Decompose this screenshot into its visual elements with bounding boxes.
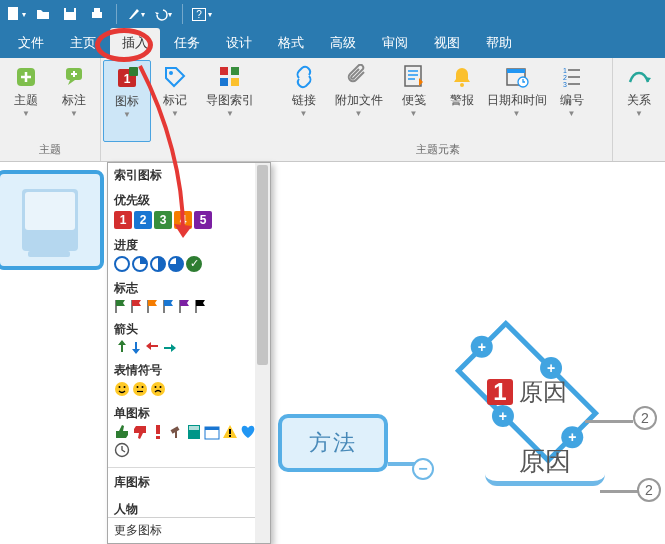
arrow-icon[interactable] <box>130 340 144 354</box>
scrollbar-thumb[interactable] <box>257 165 268 365</box>
flag-icon[interactable] <box>146 299 160 313</box>
svg-text:2: 2 <box>563 74 567 81</box>
progress-75-icon[interactable] <box>168 256 184 272</box>
panel-more-icons[interactable]: 更多图标 <box>108 517 255 543</box>
ribbon-group-elements: 链接 ▼ 附加文件 ▼ 便笺 ▼ 警报 日期和时间 ▼ <box>263 58 613 161</box>
dropdown-icon: ▼ <box>568 111 576 117</box>
arrow-icon[interactable] <box>114 340 128 354</box>
neutral-icon[interactable] <box>132 381 148 397</box>
dropdown-icon: ▼ <box>355 111 363 117</box>
panel-scrollbar[interactable] <box>255 163 270 543</box>
arrow-icon[interactable] <box>162 340 176 354</box>
svg-rect-14 <box>231 78 239 86</box>
save-icon[interactable] <box>58 3 82 25</box>
calc-icon[interactable] <box>186 424 202 440</box>
flag-icon[interactable] <box>194 299 208 313</box>
menu-insert[interactable]: 插入 <box>110 28 160 58</box>
topic-method[interactable]: 方法 <box>278 414 388 472</box>
tag-blue-icon <box>162 64 188 90</box>
ribbon-topic-button[interactable]: 主题 ▼ <box>2 60 50 142</box>
arrow-icon[interactable] <box>146 340 160 354</box>
svg-rect-15 <box>405 66 421 86</box>
help-dropdown-icon[interactable]: ?▾ <box>190 3 214 25</box>
add-parent-left[interactable]: + <box>471 336 493 358</box>
priority-2-icon[interactable]: 2 <box>134 211 152 229</box>
separator <box>182 4 183 24</box>
calendar-small-icon[interactable] <box>204 424 220 440</box>
smile-icon[interactable] <box>114 381 130 397</box>
dropdown-icon: ▼ <box>635 111 643 117</box>
warning-icon[interactable] <box>222 424 238 440</box>
ribbon-attachment-button[interactable]: 附加文件 ▼ <box>328 60 390 142</box>
section-title: 单图标 <box>114 403 264 424</box>
topic-computer[interactable] <box>0 170 104 270</box>
svg-rect-2 <box>66 8 74 12</box>
file-open-icon[interactable] <box>31 3 55 25</box>
ribbon-label: 关系 <box>627 92 651 109</box>
section-single-icons: 单图标 <box>108 401 270 465</box>
flag-icon[interactable] <box>114 299 128 313</box>
dropdown-icon: ▼ <box>171 111 179 117</box>
thumb-up-icon[interactable] <box>114 424 130 440</box>
thumb-down-icon[interactable] <box>132 424 148 440</box>
priority-4-icon[interactable]: 4 <box>174 211 192 229</box>
menu-task[interactable]: 任务 <box>162 28 212 58</box>
flag-icon[interactable] <box>162 299 176 313</box>
ribbon-numbering-button[interactable]: 123 编号 ▼ <box>548 60 596 142</box>
flag-icon[interactable] <box>130 299 144 313</box>
menu-home[interactable]: 主页 <box>58 28 108 58</box>
ribbon-notes-button[interactable]: 便笺 ▼ <box>390 60 438 142</box>
child-count-badge[interactable]: 2 <box>637 478 661 502</box>
ribbon-link-button[interactable]: 链接 ▼ <box>280 60 328 142</box>
priority-3-icon[interactable]: 3 <box>154 211 172 229</box>
brush-icon[interactable]: ▾ <box>124 3 148 25</box>
progress-done-icon[interactable] <box>186 256 202 272</box>
ribbon-icons-button[interactable]: 1 图标 ▼ <box>103 60 151 142</box>
section-flags: 标志 <box>108 276 270 317</box>
menu-advanced[interactable]: 高级 <box>318 28 368 58</box>
ribbon-alarm-button[interactable]: 警报 <box>438 60 486 142</box>
menu-view[interactable]: 视图 <box>422 28 472 58</box>
ribbon-datetime-button[interactable]: 日期和时间 ▼ <box>486 60 548 142</box>
ribbon-callout-button[interactable]: 标注 ▼ <box>50 60 98 142</box>
print-icon[interactable] <box>85 3 109 25</box>
flag-icon[interactable] <box>178 299 192 313</box>
panel-title: 索引图标 <box>108 163 270 188</box>
svg-rect-25 <box>568 83 580 85</box>
computer-icon <box>22 189 78 251</box>
menu-design[interactable]: 设计 <box>214 28 264 58</box>
priority-1-icon[interactable]: 1 <box>114 211 132 229</box>
svg-rect-18 <box>507 69 525 73</box>
progress-25-icon[interactable] <box>132 256 148 272</box>
undo-icon[interactable]: ▾ <box>151 3 175 25</box>
section-title: 箭头 <box>114 319 264 340</box>
menu-help[interactable]: 帮助 <box>474 28 524 58</box>
ribbon-tags-button[interactable]: 标记 ▼ <box>151 60 199 142</box>
ribbon-relationship-button[interactable]: 关系 ▼ <box>615 60 663 142</box>
frown-icon[interactable] <box>150 381 166 397</box>
dropdown-icon: ▼ <box>300 111 308 117</box>
child-count-badge[interactable]: 2 <box>633 406 657 430</box>
file-new-icon[interactable]: ▾ <box>4 3 28 25</box>
svg-point-29 <box>133 382 147 396</box>
svg-point-10 <box>169 71 173 75</box>
gavel-icon[interactable] <box>168 424 184 440</box>
priority-5-icon[interactable]: 5 <box>194 211 212 229</box>
menu-file[interactable]: 文件 <box>6 28 56 58</box>
mindmap-canvas[interactable]: 方法 − + + + + 1 原因 2 原因 2 <box>0 162 665 544</box>
collapse-toggle[interactable]: − <box>412 458 434 480</box>
menu-format[interactable]: 格式 <box>266 28 316 58</box>
exclaim-icon[interactable] <box>150 424 166 440</box>
progress-50-icon[interactable] <box>150 256 166 272</box>
icon-marker-dropdown: 索引图标 优先级 1 2 3 4 5 进度 标志 箭头 表情符号 <box>107 162 271 544</box>
progress-0-icon[interactable] <box>114 256 130 272</box>
topic-cause-2[interactable]: 原因 <box>485 438 605 486</box>
dropdown-icon: ▼ <box>70 111 78 117</box>
clock-icon[interactable] <box>114 442 130 458</box>
ribbon-label: 便笺 <box>402 92 426 109</box>
menu-review[interactable]: 审阅 <box>370 28 420 58</box>
connector-line <box>585 420 633 423</box>
svg-rect-3 <box>92 12 102 18</box>
section-emoji: 表情符号 <box>108 358 270 401</box>
ribbon-index-button[interactable]: 导图索引 ▼ <box>199 60 261 142</box>
